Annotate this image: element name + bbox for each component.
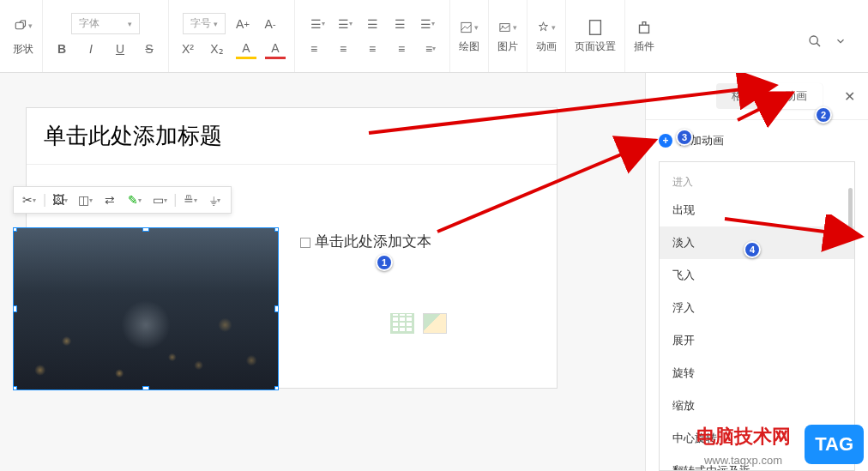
badge-2: 2 <box>815 106 832 124</box>
size-select[interactable]: 字号▾ <box>183 13 226 34</box>
page-label: 页面设置 <box>575 39 616 54</box>
pen-tool[interactable]: ✎▾ <box>124 190 146 210</box>
increase-font-button[interactable]: A+ <box>232 14 253 34</box>
page-setup-icon[interactable] <box>586 18 605 37</box>
anim-icon[interactable]: ▾ <box>537 18 556 37</box>
panel-tabs: 格式 动画 <box>716 83 823 109</box>
image-toolbar: ✂▾ | 🖼▾ ◫▾ ⇄ ✎▾ ▭▾ | ≞▾ ⏚▾ <box>13 186 232 214</box>
paragraph-group: ☰▾ ☰▾ ☰ ☰ ☰▾ ≡ ≡ ≡ ≡ ≡▾ <box>295 0 450 72</box>
resize-handle-tr[interactable] <box>274 227 279 232</box>
anim-label-tb: 动画 <box>536 39 557 54</box>
svg-point-6 <box>810 36 817 44</box>
decrease-indent-button[interactable]: ☰ <box>362 14 383 34</box>
shape-icon[interactable]: ▾ <box>14 16 33 35</box>
resize-handle-bl[interactable] <box>13 386 17 390</box>
crop-tool[interactable]: ✂▾ <box>18 190 40 210</box>
shape-label: 形状 <box>13 42 33 57</box>
scrollbar-thumb[interactable] <box>848 188 853 239</box>
badge-1: 1 <box>376 254 393 271</box>
plugin-label: 插件 <box>634 39 654 54</box>
tag-badge: TAG <box>805 425 864 464</box>
plugin-tool[interactable]: ⏚▾ <box>204 190 226 210</box>
align-justify-button[interactable]: ≡ <box>391 39 412 59</box>
badge-4: 4 <box>744 241 761 258</box>
font-color-button[interactable]: A <box>265 39 286 59</box>
anim-item-floatin[interactable]: 浮入 <box>660 292 854 324</box>
display-tool[interactable]: ▭▾ <box>148 190 171 210</box>
align-center-button[interactable]: ≡ <box>333 39 353 59</box>
svg-rect-2 <box>500 24 509 32</box>
size-group: 字号▾ A+ A- X² X₂ A A <box>169 0 295 72</box>
more-icon[interactable] <box>835 35 847 51</box>
shape-group: ▾ 形状 <box>4 0 43 72</box>
shape-tool[interactable]: ◫▾ <box>74 190 96 210</box>
image-placeholder-icon[interactable] <box>423 313 447 334</box>
resize-handle-br[interactable] <box>274 386 279 390</box>
resize-handle-tl[interactable] <box>13 227 17 232</box>
align-left-button[interactable]: ≡ <box>304 39 324 59</box>
resize-handle-tm[interactable] <box>142 227 149 232</box>
image-label: 图片 <box>497 39 518 54</box>
anim-item-expand[interactable]: 展开 <box>660 324 854 357</box>
underline-button[interactable]: U <box>110 39 130 59</box>
font-select[interactable]: 字体▾ <box>71 13 140 34</box>
vertical-align-button[interactable]: ≡▾ <box>420 39 441 59</box>
canvas[interactable]: 单击此处添加标题 ✂▾ | 🖼▾ ◫▾ ⇄ ✎▾ ▭▾ | ≞▾ ⏚▾ <box>0 73 645 471</box>
plugin-group: 插件 <box>625 0 663 72</box>
resize-handle-ml[interactable] <box>13 305 17 312</box>
strikethrough-button[interactable]: S <box>139 39 160 59</box>
text-placeholder[interactable]: 单击此处添加文本 <box>300 232 540 251</box>
close-panel-button[interactable]: ✕ <box>844 88 855 105</box>
increase-indent-button[interactable]: ☰ <box>389 14 410 34</box>
table-placeholder-icon[interactable] <box>390 313 414 334</box>
image-group: ▾ 图片 <box>489 0 527 72</box>
bullet-list-button[interactable]: ☰▾ <box>307 14 328 34</box>
highlight-button[interactable]: A <box>236 39 256 59</box>
image-icon[interactable]: ▾ <box>498 18 517 37</box>
decrease-font-button[interactable]: A- <box>260 14 280 34</box>
draw-group: ▾ 绘图 <box>450 0 489 72</box>
anim-category-in: 进入 <box>660 171 854 194</box>
plus-icon: + <box>659 134 672 148</box>
content-placeholders <box>390 313 447 334</box>
anim-item-zoom[interactable]: 缩放 <box>660 389 854 422</box>
resize-handle-bm[interactable] <box>142 386 149 390</box>
selected-image[interactable] <box>13 227 279 390</box>
svg-rect-4 <box>590 21 601 35</box>
watermark-name: 电脑技术网 <box>696 424 791 450</box>
number-list-button[interactable]: ☰▾ <box>335 14 355 34</box>
svg-rect-5 <box>640 25 649 33</box>
flip-tool[interactable]: ⇄ <box>99 190 121 210</box>
image-tool[interactable]: 🖼▾ <box>49 190 71 210</box>
anim-item-flyin[interactable]: 飞入 <box>660 259 854 292</box>
draw-icon[interactable]: ▾ <box>460 18 479 37</box>
resize-handle-mr[interactable] <box>274 305 279 312</box>
align-tool[interactable]: ≞▾ <box>179 190 202 210</box>
align-right-button[interactable]: ≡ <box>362 39 383 59</box>
font-group: 字体▾ B I U S <box>43 0 169 72</box>
subscript-button[interactable]: X₂ <box>207 39 227 59</box>
search-icon[interactable] <box>808 34 822 51</box>
bold-button[interactable]: B <box>51 39 72 59</box>
line-spacing-button[interactable]: ☰▾ <box>417 14 437 34</box>
anim-item-appear[interactable]: 出现 <box>660 194 854 226</box>
anim-group-tb: ▾ 动画 <box>527 0 566 72</box>
italic-button[interactable]: I <box>81 39 101 59</box>
plugin-icon[interactable] <box>635 18 654 37</box>
watermark-url: www.tagxp.com <box>704 454 782 467</box>
superscript-button[interactable]: X² <box>178 39 198 59</box>
anim-item-rotate[interactable]: 旋转 <box>660 357 854 389</box>
svg-rect-0 <box>15 22 23 29</box>
page-group: 页面设置 <box>566 0 625 72</box>
tab-format[interactable]: 格式 <box>716 83 769 109</box>
title-placeholder[interactable]: 单击此处添加标题 <box>27 108 557 165</box>
badge-3: 3 <box>676 129 693 146</box>
tab-animation[interactable]: 动画 <box>769 83 823 109</box>
draw-label: 绘图 <box>459 39 479 54</box>
